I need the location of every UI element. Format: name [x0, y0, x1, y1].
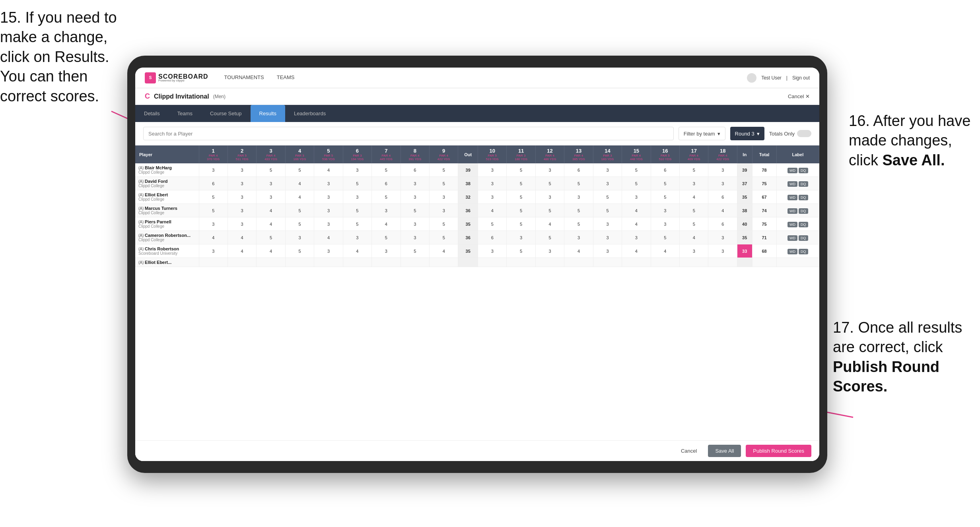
- score-back-15[interactable]: 5: [622, 177, 651, 190]
- score-back-10[interactable]: 3: [478, 163, 506, 177]
- score-back-10[interactable]: 6: [478, 231, 506, 244]
- score-back-18[interactable]: 3: [708, 177, 737, 190]
- score-back-15[interactable]: 4: [622, 204, 651, 217]
- score-front-4[interactable]: 5: [285, 244, 314, 258]
- score-front-7[interactable]: 3: [372, 204, 401, 217]
- score-back-18[interactable]: 4: [708, 204, 737, 217]
- score-front-9[interactable]: 5: [430, 217, 458, 231]
- score-front-2[interactable]: [228, 258, 256, 267]
- score-front-5[interactable]: 4: [314, 231, 343, 244]
- score-back-10[interactable]: 3: [478, 244, 506, 258]
- score-front-1[interactable]: 3: [199, 217, 228, 231]
- score-back-13[interactable]: 4: [564, 244, 593, 258]
- score-back-16[interactable]: 5: [651, 231, 679, 244]
- filter-team-dropdown[interactable]: Filter by team ▾: [679, 127, 725, 140]
- cancel-action-button[interactable]: Cancel: [675, 445, 703, 457]
- score-front-5[interactable]: 3: [314, 204, 343, 217]
- wd-button[interactable]: WD: [788, 195, 797, 200]
- score-front-8[interactable]: 3: [401, 217, 429, 231]
- score-front-3[interactable]: [257, 258, 285, 267]
- score-front-3[interactable]: 4: [257, 204, 285, 217]
- score-back-11[interactable]: 5: [507, 190, 535, 204]
- score-back-12[interactable]: 3: [535, 163, 564, 177]
- publish-round-scores-button[interactable]: Publish Round Scores: [746, 445, 811, 457]
- dq-button[interactable]: DQ: [799, 181, 808, 187]
- score-back-14[interactable]: 3: [593, 163, 622, 177]
- score-front-9[interactable]: 5: [430, 163, 458, 177]
- nav-tournaments[interactable]: TOURNAMENTS: [224, 73, 264, 83]
- score-back-17[interactable]: 4: [680, 190, 708, 204]
- score-back-12[interactable]: 3: [535, 244, 564, 258]
- score-back-11[interactable]: 3: [507, 231, 535, 244]
- score-back-17[interactable]: [680, 258, 708, 267]
- score-back-17[interactable]: 3: [680, 244, 708, 258]
- score-back-11[interactable]: 5: [507, 217, 535, 231]
- score-back-18[interactable]: [708, 258, 737, 267]
- score-back-14[interactable]: 5: [593, 204, 622, 217]
- score-front-8[interactable]: 5: [401, 244, 429, 258]
- score-front-3[interactable]: 5: [257, 163, 285, 177]
- wd-button[interactable]: WD: [788, 235, 797, 241]
- score-back-13[interactable]: 5: [564, 177, 593, 190]
- score-front-6[interactable]: [343, 258, 371, 267]
- score-front-5[interactable]: 4: [314, 163, 343, 177]
- score-front-1[interactable]: 4: [199, 231, 228, 244]
- score-back-16[interactable]: 5: [651, 177, 679, 190]
- score-back-15[interactable]: 4: [622, 217, 651, 231]
- score-back-17[interactable]: 5: [680, 163, 708, 177]
- score-front-2[interactable]: 4: [228, 231, 256, 244]
- score-front-2[interactable]: 4: [228, 244, 256, 258]
- score-front-2[interactable]: 3: [228, 177, 256, 190]
- score-front-7[interactable]: 5: [372, 231, 401, 244]
- score-back-16[interactable]: 6: [651, 163, 679, 177]
- score-back-17[interactable]: 5: [680, 204, 708, 217]
- score-front-6[interactable]: 5: [343, 177, 371, 190]
- score-front-1[interactable]: 3: [199, 163, 228, 177]
- score-back-15[interactable]: 4: [622, 244, 651, 258]
- score-back-18[interactable]: 3: [708, 244, 737, 258]
- score-front-3[interactable]: 5: [257, 231, 285, 244]
- score-back-11[interactable]: 5: [507, 244, 535, 258]
- score-front-8[interactable]: [401, 258, 429, 267]
- score-back-13[interactable]: 6: [564, 163, 593, 177]
- score-back-16[interactable]: 4: [651, 244, 679, 258]
- dq-button[interactable]: DQ: [799, 235, 808, 241]
- tab-course-setup[interactable]: Course Setup: [201, 105, 251, 122]
- score-back-10[interactable]: 3: [478, 190, 506, 204]
- score-front-5[interactable]: [314, 258, 343, 267]
- score-front-7[interactable]: 5: [372, 163, 401, 177]
- score-back-14[interactable]: 5: [593, 190, 622, 204]
- dq-button[interactable]: DQ: [799, 208, 808, 214]
- score-front-8[interactable]: 6: [401, 163, 429, 177]
- score-back-12[interactable]: 3: [535, 190, 564, 204]
- dq-button[interactable]: DQ: [799, 168, 808, 173]
- score-front-2[interactable]: 3: [228, 204, 256, 217]
- score-back-13[interactable]: 3: [564, 231, 593, 244]
- score-front-9[interactable]: [430, 258, 458, 267]
- score-front-4[interactable]: 4: [285, 190, 314, 204]
- score-back-12[interactable]: 5: [535, 204, 564, 217]
- score-front-4[interactable]: 5: [285, 217, 314, 231]
- score-back-14[interactable]: 3: [593, 231, 622, 244]
- score-front-6[interactable]: 5: [343, 204, 371, 217]
- score-front-6[interactable]: 3: [343, 163, 371, 177]
- score-back-16[interactable]: 3: [651, 204, 679, 217]
- score-back-12[interactable]: [535, 258, 564, 267]
- score-front-5[interactable]: 3: [314, 177, 343, 190]
- score-back-12[interactable]: 4: [535, 217, 564, 231]
- tab-leaderboards[interactable]: Leaderboards: [285, 105, 334, 122]
- score-back-14[interactable]: [593, 258, 622, 267]
- score-back-16[interactable]: 5: [651, 190, 679, 204]
- score-front-1[interactable]: 5: [199, 190, 228, 204]
- score-front-3[interactable]: 4: [257, 217, 285, 231]
- dq-button[interactable]: DQ: [799, 222, 808, 227]
- score-back-18[interactable]: 3: [708, 163, 737, 177]
- score-back-11[interactable]: 5: [507, 177, 535, 190]
- score-back-10[interactable]: [478, 258, 506, 267]
- score-front-2[interactable]: 3: [228, 190, 256, 204]
- score-back-18[interactable]: 6: [708, 217, 737, 231]
- tab-details[interactable]: Details: [135, 105, 169, 122]
- dq-button[interactable]: DQ: [799, 249, 808, 254]
- score-front-5[interactable]: 3: [314, 217, 343, 231]
- score-back-12[interactable]: 5: [535, 177, 564, 190]
